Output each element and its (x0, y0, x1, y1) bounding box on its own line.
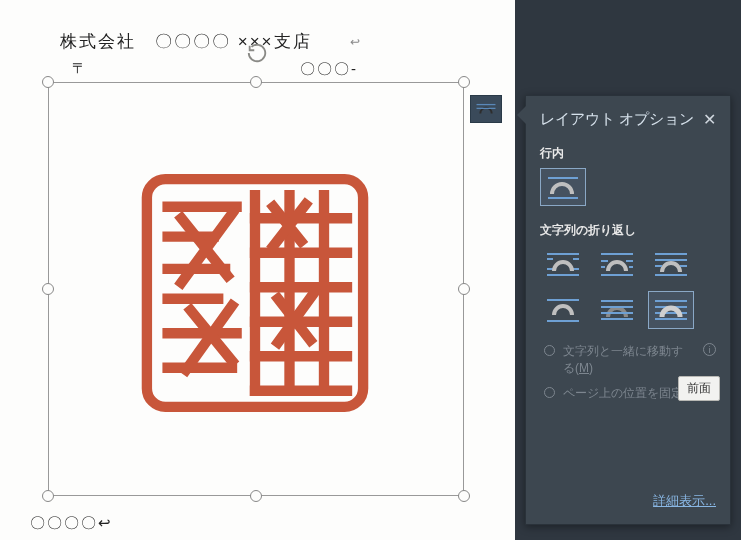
wrap-option-behind[interactable] (594, 291, 640, 329)
resize-handle-bm[interactable] (250, 490, 262, 502)
radio-icon (544, 345, 555, 356)
resize-handle-tl[interactable] (42, 76, 54, 88)
section-label-wrap: 文字列の折り返し (526, 214, 730, 245)
flyout-pointer (517, 106, 526, 124)
section-label-inline: 行内 (526, 137, 730, 168)
paragraph-mark: ↩ (350, 35, 360, 49)
doc-text-line1: 株式会社 〇〇〇〇 ×××支店 (60, 30, 312, 53)
resize-handle-bl[interactable] (42, 490, 54, 502)
radio-move-with-text[interactable]: 文字列と一緒に移動する(M) i (526, 337, 730, 379)
info-icon[interactable]: i (703, 343, 716, 356)
see-more-link[interactable]: 詳細表示... (653, 492, 716, 510)
wrap-option-through[interactable] (648, 245, 694, 283)
doc-text-line2-right: 〇〇〇- (300, 60, 358, 79)
resize-handle-br[interactable] (458, 490, 470, 502)
tooltip-front: 前面 (678, 376, 720, 401)
document-canvas[interactable]: 株式会社 〇〇〇〇 ×××支店 ↩ 〒 〇〇〇- (0, 0, 515, 540)
wrap-option-front[interactable] (648, 291, 694, 329)
layout-options-button[interactable] (470, 95, 502, 123)
radio-icon (544, 387, 555, 398)
close-icon[interactable]: ✕ (703, 112, 716, 128)
wrap-option-square[interactable] (540, 245, 586, 283)
doc-text-postal: 〒 (72, 60, 86, 78)
wrap-option-tight[interactable] (594, 245, 640, 283)
resize-handle-tm[interactable] (250, 76, 262, 88)
radio-label: 文字列と一緒に移動する(M) (563, 343, 691, 377)
radio-label: ページ上の位置を固定 (563, 385, 683, 402)
resize-handle-ml[interactable] (42, 283, 54, 295)
stamp-image[interactable] (140, 172, 370, 414)
flyout-title-text: レイアウト オプション (540, 110, 694, 129)
resize-handle-mr[interactable] (458, 283, 470, 295)
doc-text-bottom: 〇〇〇〇↩ (30, 514, 113, 533)
wrap-option-inline[interactable] (540, 168, 586, 206)
rotate-handle-icon[interactable] (246, 42, 268, 64)
resize-handle-tr[interactable] (458, 76, 470, 88)
wrap-option-top-bottom[interactable] (540, 291, 586, 329)
layout-options-flyout: レイアウト オプション ✕ 行内 文字列の折り返し (525, 95, 731, 525)
